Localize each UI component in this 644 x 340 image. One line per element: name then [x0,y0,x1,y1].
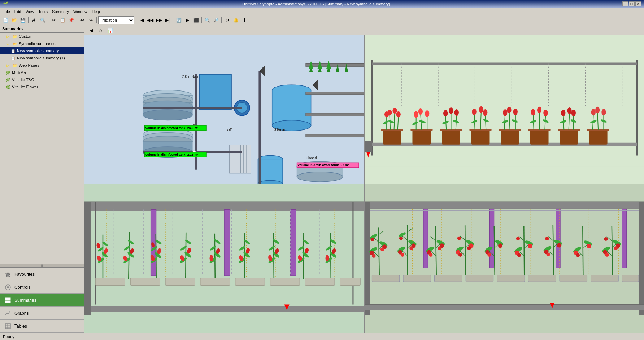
nav-label-summaries: Summaries [14,298,36,303]
svg-point-388 [587,244,591,248]
svg-rect-281 [305,278,335,285]
svg-point-104 [387,110,392,115]
nav-label-graphs: Graphs [14,311,29,316]
menu-summary[interactable]: Summary [50,9,71,14]
toolbar-sep5 [136,17,136,23]
svg-rect-403 [466,275,493,282]
restore-button[interactable]: ❐ [629,1,635,6]
nav-tables[interactable]: Tables [0,320,84,333]
toolbar-sep7 [201,17,202,23]
last-button[interactable]: ▶| [164,16,171,24]
svg-rect-287 [365,202,644,209]
folder-expand-icon: ▷ [5,34,11,39]
sidebar-item-webpages[interactable]: ▷ 📁 Web Pages [0,62,84,69]
paste-button[interactable]: 📌 [67,16,75,24]
svg-text:Closed: Closed [306,156,317,160]
svg-point-106 [396,111,400,117]
sidebar-resize-handle[interactable]: ⠿ [0,264,84,267]
sidebar-item-multima[interactable]: 🌿 MultiMa [0,69,84,76]
menu-edit[interactable]: Edit [12,9,23,14]
svg-rect-147 [530,130,548,145]
svg-point-166 [571,110,575,116]
save-button[interactable]: 💾 [19,16,27,24]
nav-graphs[interactable]: Graphs [0,307,84,320]
prev-button[interactable]: ◀◀ [146,16,154,24]
nav-label-tables: Tables [14,324,27,329]
sidebar-item-new-symbolic-1[interactable]: 📋 New symbolic summary (1) [0,54,84,62]
nav-favourites[interactable]: Favourites [0,268,84,281]
svg-rect-167 [589,130,607,145]
first-button[interactable]: |◀ [138,16,145,24]
menu-help[interactable]: Help [90,9,102,14]
svg-point-114 [414,111,418,118]
peppers-panel [84,184,364,333]
svg-point-273 [325,255,329,261]
info-button[interactable]: ℹ [240,16,248,24]
menu-tools[interactable]: Tools [36,9,50,14]
svg-rect-78 [306,63,364,66]
nav-label-favourites: Favourites [14,272,35,277]
menu-file[interactable]: File [1,9,12,14]
flowers-panel [365,35,644,184]
home-button[interactable]: ⌂ [97,26,105,34]
svg-point-105 [392,108,397,114]
svg-rect-288 [365,202,370,315]
svg-point-154 [531,109,535,115]
svg-point-156 [543,110,548,116]
next-button[interactable]: ▶▶ [155,16,163,24]
redo-button[interactable]: ↪ [87,16,95,24]
stop-button[interactable]: ⬛ [192,16,200,24]
copy-button[interactable]: 📋 [58,16,66,24]
sidebar-item-new-symbolic[interactable]: 📋 New symbolic summary [0,47,84,54]
menu-window[interactable]: Window [71,9,90,14]
sidebar-item-custom[interactable]: ▷ 📁 Custom [0,33,84,40]
graphs-icon [4,310,12,317]
svg-text:2.0 mS/cm: 2.0 mS/cm [182,74,201,79]
main-layout: Summaries ▷ 📁 Custom ▽ 📂 Symbolic summar… [0,25,644,333]
zoom-out-button[interactable]: 🔎 [212,16,220,24]
nav-controls[interactable]: Controls [0,281,84,294]
refresh-button[interactable]: 🔄 [175,16,183,24]
folder-icon-symbolic: 📂 [12,41,18,47]
svg-rect-3 [5,298,8,300]
alarm-button[interactable]: 🔔 [232,16,240,24]
close-button[interactable]: ✕ [635,1,641,6]
undo-button[interactable]: ↩ [78,16,86,24]
menu-bar: File Edit View Tools Summary Window Help [0,8,644,15]
svg-rect-107 [412,130,431,145]
cut-button[interactable]: ✂ [50,16,58,24]
svg-rect-405 [528,275,556,282]
sidebar-item-symbolic[interactable]: ▽ 📂 Symbolic summaries [0,40,84,47]
svg-point-136 [483,109,487,116]
svg-point-351 [467,246,471,250]
nav-summaries[interactable]: Summaries [0,294,84,307]
sidebar-item-vitalite-flower[interactable]: 🌿 VitaLite Flower [0,83,84,90]
controls-icon [4,284,12,291]
svg-line-247 [244,233,245,279]
open-button[interactable]: 📂 [10,16,18,24]
back-view-button[interactable]: ◀ [87,26,95,34]
settings-button[interactable]: ⚙ [223,16,231,24]
sidebar-item-vitalite-tc[interactable]: 🌿 VitaLite T&C [0,76,84,83]
svg-rect-191 [224,209,230,275]
svg-point-330 [409,246,413,250]
tomatoes-panel [365,184,644,333]
toolbar-sep8 [221,17,222,23]
svg-point-124 [443,110,448,116]
svg-point-378 [546,253,550,256]
title-bar-controls: — ❐ ✕ [622,1,641,6]
print-button[interactable]: 🖨 [30,16,38,24]
chart-button[interactable]: 📊 [106,26,114,34]
play-button[interactable]: ▶ [183,16,191,24]
minimize-button[interactable]: — [622,1,628,6]
new-button[interactable]: 📄 [1,16,9,24]
svg-point-41 [143,110,192,120]
svg-point-316 [370,238,374,241]
svg-point-379 [557,243,561,247]
preview-button[interactable]: 🔍 [39,16,47,24]
svg-point-126 [454,109,458,116]
zoom-in-button[interactable]: 🔍 [203,16,211,24]
irrigation-dropdown[interactable]: Irrigation Custom MultiMa [98,16,134,24]
menu-view[interactable]: View [23,9,36,14]
svg-point-115 [418,108,422,115]
